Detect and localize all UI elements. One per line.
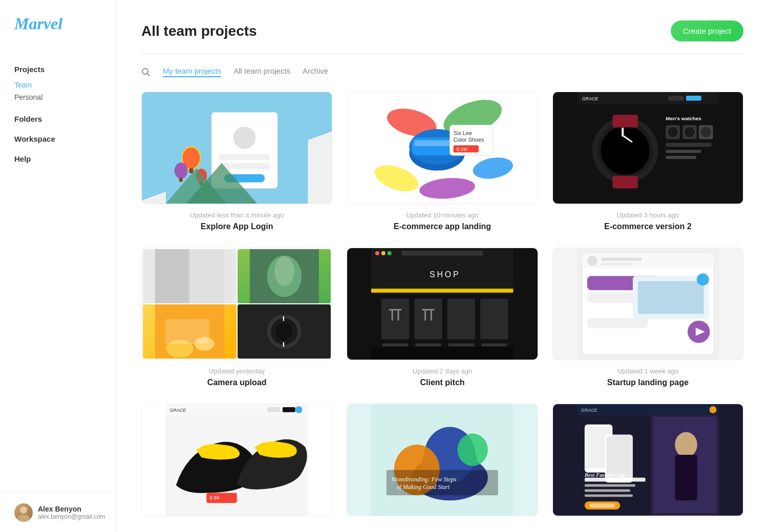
svg-rect-146: [584, 494, 632, 497]
project-thumbnail-startup: [552, 248, 743, 360]
projects-grid: Updated less than a minute ago Explore A…: [141, 92, 743, 526]
cam-thumb3: [143, 304, 237, 359]
project-card-explore[interactable]: Updated less than a minute ago Explore A…: [141, 92, 332, 231]
svg-rect-108: [587, 318, 648, 328]
svg-rect-96: [371, 347, 513, 360]
project-updated-client: Updated 2 days ago: [347, 367, 538, 375]
svg-rect-92: [382, 343, 409, 346]
svg-point-117: [295, 406, 303, 413]
thumbnail-svg-row3a: GRACE $ 89: [142, 404, 332, 516]
svg-rect-55: [666, 156, 696, 159]
project-thumbnail-row3c: GRACE Best Fashion App: [552, 404, 743, 516]
svg-rect-110: [638, 281, 704, 314]
tab-archive[interactable]: Archive: [303, 66, 328, 77]
main-header: All team projects Create project: [141, 20, 743, 41]
user-name: Alex Benyon: [38, 505, 105, 513]
svg-text:Men's watches: Men's watches: [666, 116, 701, 121]
sidebar-nav: Projects Team Personal Folders Workspace…: [0, 48, 116, 493]
sidebar-item-personal[interactable]: Personal: [14, 91, 102, 103]
project-name-camera: Camera upload: [141, 378, 332, 387]
svg-point-1: [17, 515, 30, 522]
sidebar-item-help[interactable]: Help: [14, 154, 102, 163]
project-card-client[interactable]: SHOP: [347, 248, 538, 387]
project-updated-startup: Updated 1 week ago: [552, 367, 743, 375]
svg-text:Color Shoes: Color Shoes: [454, 137, 484, 143]
svg-point-77: [388, 251, 392, 255]
avatar-icon: [14, 503, 33, 522]
svg-text:GRACE: GRACE: [170, 408, 186, 413]
svg-point-63: [274, 256, 294, 286]
thumbnail-svg-row3c: GRACE Best Fashion App: [553, 404, 743, 516]
sidebar-footer: Alex Benyon alex.benyon@gmail.com: [0, 493, 116, 532]
svg-point-48: [667, 126, 678, 138]
thumbnail-svg-startup: [553, 248, 743, 360]
project-card-row3b[interactable]: Monobranding: Few Steps of Making Good S…: [347, 404, 538, 526]
project-name-ecommerce2: E-commerce version 2: [552, 222, 743, 231]
svg-rect-39: [686, 96, 701, 101]
project-card-row3c[interactable]: GRACE Best Fashion App: [552, 404, 743, 526]
svg-rect-88: [398, 311, 399, 321]
svg-rect-78: [402, 251, 483, 256]
svg-rect-14: [179, 178, 183, 182]
svg-point-111: [696, 274, 709, 286]
project-thumbnail-camera: [141, 248, 332, 360]
sidebar-item-team[interactable]: Team: [14, 79, 102, 91]
project-card-startup[interactable]: Updated 1 week ago Startup landing page: [552, 248, 743, 387]
project-card-row3a[interactable]: GRACE $ 89: [141, 404, 332, 526]
svg-point-42: [601, 126, 649, 174]
thumbnail-svg-ecommerce1: Six Lee Color Shoes $ 28!: [347, 92, 537, 204]
page-title: All team projects: [141, 23, 257, 39]
svg-rect-148: [589, 503, 615, 507]
tab-all-team[interactable]: All team projects: [233, 66, 290, 77]
thumbnail-svg-row3b: Monobranding: Few Steps of Making Good S…: [347, 404, 537, 516]
project-name-ecommerce1: E-commerce app landing: [347, 222, 538, 231]
svg-rect-89: [422, 309, 435, 311]
project-updated-camera: Updated yesterday: [141, 367, 332, 375]
svg-text:SHOP: SHOP: [430, 270, 461, 279]
svg-point-50: [684, 126, 695, 138]
svg-text:Best Fashion App: Best Fashion App: [584, 472, 626, 478]
svg-rect-54: [666, 150, 701, 153]
search-icon: [141, 68, 151, 77]
svg-point-70: [276, 323, 293, 340]
svg-rect-142: [584, 478, 645, 482]
svg-point-126: [458, 433, 488, 465]
search-button[interactable]: [141, 68, 151, 77]
svg-text:GRACE: GRACE: [582, 96, 599, 101]
project-card-camera[interactable]: Updated yesterday Camera upload: [141, 248, 332, 387]
svg-rect-102: [601, 263, 631, 265]
svg-point-136: [675, 432, 697, 458]
svg-rect-91: [431, 311, 432, 321]
svg-rect-7: [219, 154, 270, 160]
svg-rect-93: [415, 343, 441, 346]
cam-thumb2: [238, 249, 331, 303]
svg-rect-67: [165, 319, 209, 344]
svg-rect-131: [577, 404, 719, 415]
svg-rect-137: [675, 455, 697, 500]
svg-line-3: [147, 73, 150, 76]
sidebar-item-folders[interactable]: Folders: [14, 115, 102, 123]
svg-rect-38: [668, 96, 684, 101]
project-card-ecommerce1[interactable]: Six Lee Color Shoes $ 28! Updated 10 min…: [347, 92, 538, 231]
svg-point-52: [700, 126, 711, 138]
project-thumbnail-ecommerce1: Six Lee Color Shoes $ 28!: [347, 92, 538, 204]
svg-text:$ 28!: $ 28!: [457, 146, 468, 152]
tab-my-team[interactable]: My team projects: [163, 66, 221, 77]
svg-rect-85: [480, 299, 508, 339]
avatar: [14, 503, 33, 522]
user-email: alex.benyon@gmail.com: [38, 513, 105, 520]
svg-rect-95: [481, 343, 507, 346]
thumbnail-svg-ecommerce2: GRACE Men's watches: [553, 92, 743, 204]
svg-rect-82: [381, 299, 410, 339]
sidebar-item-workspace[interactable]: Workspace: [14, 135, 102, 143]
svg-point-100: [587, 256, 597, 266]
svg-text:of Making Good Start: of Making Good Start: [397, 483, 451, 491]
header-divider: [141, 54, 743, 54]
project-card-ecommerce2[interactable]: GRACE Men's watches: [552, 92, 743, 231]
projects-section-label: Projects: [14, 65, 102, 74]
create-project-button[interactable]: Create project: [671, 20, 743, 41]
svg-rect-59: [155, 249, 189, 303]
svg-rect-57: [612, 115, 638, 128]
thumbnail-svg-explore: [142, 92, 332, 204]
svg-text:GRACE: GRACE: [581, 408, 598, 413]
